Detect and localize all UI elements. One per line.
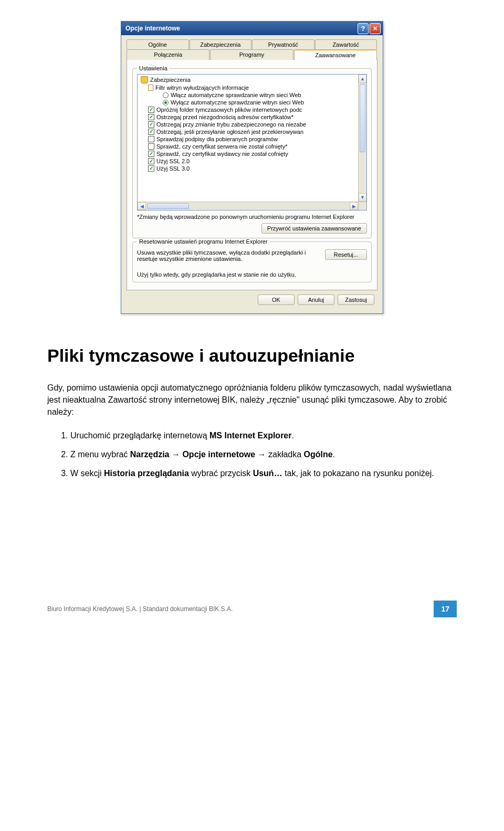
checkbox-icon[interactable]: [148, 129, 154, 135]
tree-item[interactable]: Ostrzegaj, jeśli przesyłanie ogłoszeń je…: [140, 128, 366, 135]
tree-item[interactable]: Ostrzegaj przed niezgodnością adresów ce…: [140, 113, 366, 121]
settings-tree[interactable]: Zabezpieczenia Filtr witryn wyłudzającyc…: [137, 74, 367, 211]
list-item: Uruchomić przeglądarkę internetową MS In…: [70, 430, 457, 441]
list-item: W sekcji Historia przeglądania wybrać pr…: [70, 468, 457, 479]
reset-description: Usuwa wszystkie pliki tymczasowe, wyłącz…: [137, 249, 321, 262]
lock-icon: [141, 76, 148, 83]
checkbox-icon[interactable]: [148, 121, 154, 128]
scroll-right-icon[interactable]: ▶: [350, 202, 358, 210]
tab-security[interactable]: Zabezpieczenia: [190, 39, 252, 49]
restore-advanced-button[interactable]: Przywróć ustawienia zaawansowane: [261, 223, 367, 234]
reset-button[interactable]: Resetuj...: [325, 249, 367, 260]
ok-button[interactable]: OK: [258, 294, 295, 305]
tree-security-header: Zabezpieczenia: [140, 76, 366, 84]
page-heading: Pliki tymczasowe i autouzupełnianie: [47, 345, 457, 366]
scroll-left-icon[interactable]: ◀: [138, 202, 146, 210]
dialog-title: Opcje internetowe: [123, 25, 358, 32]
checkbox-icon[interactable]: [148, 158, 154, 164]
scroll-down-icon[interactable]: ▼: [359, 193, 366, 202]
scroll-corner: [358, 202, 366, 210]
scroll-thumb-h[interactable]: [147, 203, 189, 209]
help-icon[interactable]: ?: [358, 23, 369, 34]
tab-connections[interactable]: Połączenia: [127, 49, 209, 60]
file-icon: [148, 85, 153, 91]
checkbox-icon[interactable]: [148, 151, 154, 157]
tab-privacy[interactable]: Prywatność: [252, 39, 314, 49]
scroll-thumb[interactable]: [360, 84, 365, 152]
vertical-scrollbar[interactable]: ▲ ▼: [358, 75, 366, 202]
tab-advanced[interactable]: Zaawansowane: [294, 49, 377, 60]
steps-list: Uruchomić przeglądarkę internetową MS In…: [47, 430, 457, 480]
reset-legend: Resetowanie ustawień programu Internet E…: [137, 238, 270, 245]
tab-programs[interactable]: Programy: [210, 49, 293, 60]
checkbox-icon[interactable]: [148, 165, 154, 172]
checkbox-icon[interactable]: [148, 114, 154, 120]
checkbox-icon[interactable]: [148, 107, 154, 113]
footer-text: Biuro Informacji Kredytowej S.A. | Stand…: [47, 605, 434, 613]
list-item: Z menu wybrać Narzędzia → Opcje internet…: [70, 449, 457, 460]
restart-note: *Zmiany będą wprowadzone po ponownym uru…: [137, 214, 367, 220]
settings-groupbox: Ustawienia Zabezpieczenia Filtr witryn w…: [132, 68, 372, 238]
tree-item[interactable]: Ostrzegaj przy zmianie trybu zabezpieczo…: [140, 121, 366, 128]
checkbox-icon[interactable]: [148, 143, 154, 150]
tree-item[interactable]: Opróżnij folder tymczasowych plików inte…: [140, 106, 366, 113]
tree-item[interactable]: Sprawdź, czy certyfikat wydawcy nie zost…: [140, 150, 366, 157]
tab-general[interactable]: Ogólne: [127, 39, 189, 49]
tree-item[interactable]: Użyj SSL 2.0: [140, 157, 366, 165]
settings-legend: Ustawienia: [137, 65, 170, 71]
radio-icon[interactable]: [163, 92, 169, 98]
internet-options-dialog: Opcje internetowe ? ✕ Ogólne Zabezpiecze…: [121, 21, 383, 314]
page-footer: Biuro Informacji Kredytowej S.A. | Stand…: [47, 601, 457, 617]
horizontal-scrollbar[interactable]: ◀ ▶: [138, 202, 358, 210]
tree-item[interactable]: Włącz automatyczne sprawdzanie witryn si…: [140, 91, 366, 99]
tree-phishing-filter: Filtr witryn wyłudzających informacje: [140, 84, 366, 91]
intro-paragraph: Gdy, pomimo ustawienia opcji automatyczn…: [47, 382, 457, 418]
tree-item[interactable]: Wyłącz automatyczne sprawdzanie witryn s…: [140, 99, 366, 106]
tree-item[interactable]: Sprawdzaj podpisy dla pobieranych progra…: [140, 135, 366, 143]
reset-warning: Użyj tylko wtedy, gdy przeglądarka jest …: [137, 271, 367, 278]
cancel-button[interactable]: Anuluj: [298, 294, 334, 305]
page-number: 17: [434, 601, 457, 617]
apply-button[interactable]: Zastosuj: [338, 294, 374, 305]
reset-groupbox: Resetowanie ustawień programu Internet E…: [132, 241, 372, 282]
close-icon[interactable]: ✕: [370, 23, 381, 34]
tree-item[interactable]: Sprawdź, czy certyfikat serwera nie zost…: [140, 143, 366, 150]
dialog-titlebar[interactable]: Opcje internetowe ? ✕: [121, 22, 383, 35]
checkbox-icon[interactable]: [148, 136, 154, 142]
tab-content[interactable]: Zawartość: [315, 39, 377, 49]
radio-icon[interactable]: [163, 100, 169, 106]
scroll-up-icon[interactable]: ▲: [359, 75, 366, 83]
tree-item[interactable]: Użyj SSL 3.0: [140, 165, 366, 172]
